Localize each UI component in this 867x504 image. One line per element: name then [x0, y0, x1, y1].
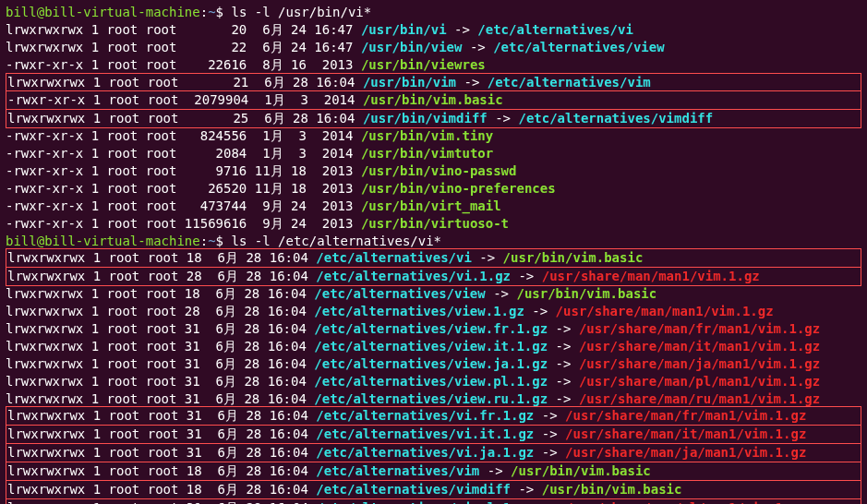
- ls-row: lrwxrwxrwx 1 root root 18 6月 28 16:04 /e…: [6, 480, 861, 499]
- file-meta: lrwxrwxrwx 1 root root 18 6月 28 16:04: [7, 463, 316, 478]
- ls-row: -rwxr-xr-x 1 root root 22616 8月 16 2013 …: [6, 56, 861, 74]
- file-path: /usr/bin/vim.tiny: [361, 128, 493, 143]
- file-meta: -rwxr-xr-x 1 root root 9716 11月 18 2013: [6, 163, 361, 178]
- ls-row: lrwxrwxrwx 1 root root 28 6月 28 16:04 /e…: [6, 267, 861, 286]
- prompt-path: ~: [208, 5, 215, 19]
- symlink-arrow: ->: [548, 356, 579, 371]
- file-path: /etc/alternatives/vim: [316, 463, 479, 478]
- file-meta: lrwxrwxrwx 1 root root 18 6月 28 16:04: [7, 250, 316, 265]
- symlink-target: /usr/share/man/fr/man1/vim.1.gz: [579, 321, 820, 336]
- file-path: /usr/bin/viewres: [361, 57, 486, 72]
- file-path: /etc/alternatives/view.ru.1.gz: [314, 391, 548, 406]
- file-meta: lrwxrwxrwx 1 root root 31 6月 28 16:04: [6, 356, 314, 371]
- ls-row: lrwxrwxrwx 1 root root 18 6月 28 16:04 /e…: [6, 462, 861, 481]
- file-path: /usr/bin/vim.basic: [363, 92, 503, 107]
- file-meta: lrwxrwxrwx 1 root root 31 6月 28 16:04: [6, 391, 314, 406]
- ls-row: -rwxr-xr-x 1 root root 473744 9月 24 2013…: [6, 198, 861, 215]
- ls-row: lrwxrwxrwx 1 root root 20 6月 24 16:47 /u…: [6, 21, 861, 39]
- file-path: /usr/bin/vi: [361, 22, 447, 37]
- symlink-target: /etc/alternatives/vim: [488, 75, 651, 90]
- symlink-target: /usr/bin/vim.basic: [542, 482, 682, 497]
- ls-row: -rwxr-xr-x 1 root root 11569616 9月 24 20…: [6, 215, 861, 233]
- symlink-target: /usr/bin/vim.basic: [503, 250, 644, 265]
- ls-row: -rwxr-xr-x 1 root root 2084 1月 3 2014 /u…: [6, 145, 861, 162]
- symlink-target: /usr/share/man/pl/man1/vim.1.gz: [565, 500, 806, 504]
- command-text: ls -l /usr/bin/vi*: [231, 5, 371, 19]
- symlink-arrow: ->: [511, 269, 542, 283]
- symlink-arrow: ->: [548, 321, 579, 336]
- file-path: /usr/bin/vino-passwd: [361, 163, 517, 178]
- file-path: /usr/bin/view: [361, 40, 463, 54]
- file-path: /etc/alternatives/view.ja.1.gz: [314, 356, 548, 371]
- file-meta: lrwxrwxrwx 1 root root 18 6月 28 16:04: [7, 482, 316, 497]
- file-meta: -rwxr-xr-x 1 root root 473744 9月 24 2013: [6, 198, 361, 213]
- ls-row: lrwxrwxrwx 1 root root 25 6月 28 16:04 /u…: [6, 109, 861, 128]
- symlink-target: /etc/alternatives/vi: [477, 22, 633, 37]
- prompt-sep: :: [200, 234, 208, 248]
- file-path: /etc/alternatives/vi.fr.1.gz: [316, 408, 534, 423]
- ls-row: -rwxr-xr-x 1 root root 26520 11月 18 2013…: [6, 180, 861, 198]
- file-meta: lrwxrwxrwx 1 root root 31 6月 28 16:04: [6, 321, 314, 336]
- file-meta: -rwxr-xr-x 1 root root 26520 11月 18 2013: [6, 181, 361, 196]
- symlink-target: /usr/share/man/man1/vim.1.gz: [542, 269, 760, 283]
- file-meta: -rwxr-xr-x 1 root root 22616 8月 16 2013: [6, 57, 361, 72]
- file-meta: -rwxr-xr-x 1 root root 824556 1月 3 2014: [6, 128, 361, 143]
- file-path: /etc/alternatives/view.pl.1.gz: [314, 374, 548, 389]
- symlink-target: /usr/share/man/ja/man1/vim.1.gz: [565, 445, 806, 460]
- symlink-target: /usr/share/man/it/man1/vim.1.gz: [579, 339, 820, 354]
- symlink-arrow: ->: [511, 482, 542, 497]
- file-path: /usr/bin/vimtutor: [361, 146, 493, 161]
- prompt-line: bill@bill-virtual-machine:~$ ls -l /usr/…: [6, 4, 861, 21]
- terminal-output[interactable]: bill@bill-virtual-machine:~$ ls -l /usr/…: [6, 4, 861, 504]
- prompt-line: bill@bill-virtual-machine:~$ ls -l /etc/…: [6, 233, 861, 250]
- symlink-target: /usr/bin/vim.basic: [511, 463, 651, 478]
- ls-row: lrwxrwxrwx 1 root root 31 6月 28 16:04 /e…: [6, 443, 861, 462]
- file-path: /usr/bin/virtuoso-t: [361, 216, 509, 231]
- file-meta: -rwxr-xr-x 1 root root 2079904 1月 3 2014: [7, 92, 363, 107]
- ls-row: lrwxrwxrwx 1 root root 22 6月 24 16:47 /u…: [6, 39, 861, 56]
- symlink-arrow: ->: [548, 374, 579, 389]
- prompt-user: bill@bill-virtual-machine: [6, 234, 200, 248]
- file-path: /usr/bin/vino-preferences: [361, 181, 556, 196]
- prompt-sep: :: [200, 5, 208, 19]
- file-path: /etc/alternatives/vi.pl.1.gz: [316, 500, 534, 504]
- symlink-arrow: ->: [548, 339, 579, 354]
- file-meta: lrwxrwxrwx 1 root root 31 6月 28 16:04: [6, 339, 314, 354]
- symlink-arrow: ->: [456, 75, 488, 90]
- ls-row: lrwxrwxrwx 1 root root 31 6月 28 16:04 /e…: [6, 425, 861, 444]
- file-path: /usr/bin/vimdiff: [363, 111, 488, 126]
- file-meta: lrwxrwxrwx 1 root root 31 6月 28 16:04: [6, 374, 314, 389]
- symlink-target: /etc/alternatives/view: [493, 40, 664, 54]
- symlink-target: /usr/share/man/pl/man1/vim.1.gz: [579, 374, 820, 389]
- symlink-target: /usr/share/man/it/man1/vim.1.gz: [565, 426, 806, 441]
- symlink-target: /usr/share/man/ru/man1/vim.1.gz: [579, 391, 820, 406]
- file-meta: lrwxrwxrwx 1 root root 28 6月 28 16:04: [6, 304, 314, 318]
- ls-row: -rwxr-xr-x 1 root root 9716 11月 18 2013 …: [6, 162, 861, 180]
- symlink-arrow: ->: [472, 250, 503, 265]
- file-path: /usr/bin/virt_mail: [361, 198, 501, 213]
- ls-row: -rwxr-xr-x 1 root root 824556 1月 3 2014 …: [6, 127, 861, 145]
- symlink-arrow: ->: [548, 391, 579, 406]
- file-meta: lrwxrwxrwx 1 root root 18 6月 28 16:04: [6, 286, 314, 301]
- symlink-target: /usr/share/man/ja/man1/vim.1.gz: [579, 356, 820, 371]
- symlink-target: /etc/alternatives/vimdiff: [518, 111, 713, 126]
- file-meta: lrwxrwxrwx 1 root root 31 6月 28 16:04: [7, 408, 316, 423]
- file-meta: lrwxrwxrwx 1 root root 31 6月 28 16:04: [7, 426, 316, 441]
- prompt-path: ~: [208, 234, 215, 248]
- file-path: /etc/alternatives/vi.it.1.gz: [316, 426, 534, 441]
- file-path: /usr/bin/vim: [363, 75, 456, 90]
- symlink-arrow: ->: [534, 408, 565, 423]
- ls-row: -rwxr-xr-x 1 root root 2079904 1月 3 2014…: [6, 90, 861, 110]
- symlink-arrow: ->: [534, 500, 565, 504]
- ls-row: lrwxrwxrwx 1 root root 28 6月 28 16:04 /e…: [6, 303, 861, 320]
- file-meta: lrwxrwxrwx 1 root root 22 6月 24 16:47: [6, 40, 361, 54]
- file-path: /etc/alternatives/view.it.1.gz: [314, 339, 548, 354]
- symlink-target: /usr/bin/vim.basic: [516, 286, 656, 301]
- ls-row: lrwxrwxrwx 1 root root 31 6月 28 16:04 /e…: [6, 338, 861, 355]
- file-path: /etc/alternatives/view.fr.1.gz: [314, 321, 548, 336]
- ls-row: lrwxrwxrwx 1 root root 31 6月 28 16:04 /e…: [6, 373, 861, 390]
- file-meta: -rwxr-xr-x 1 root root 11569616 9月 24 20…: [6, 216, 361, 231]
- file-meta: lrwxrwxrwx 1 root root 21 6月 28 16:04: [7, 75, 363, 90]
- symlink-arrow: ->: [534, 426, 565, 441]
- symlink-arrow: ->: [447, 22, 478, 37]
